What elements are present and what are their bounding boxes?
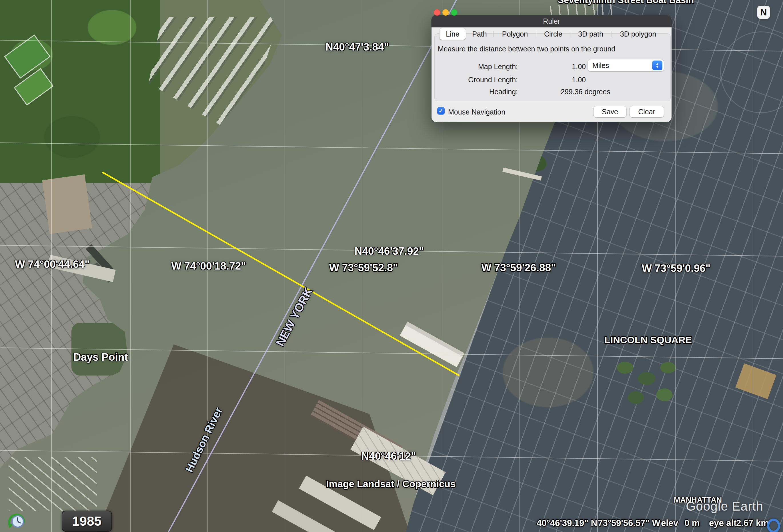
map-length-value: 1.00 xyxy=(554,63,586,71)
dialog-description: Measure the distance between two points … xyxy=(438,45,615,53)
tab-separator xyxy=(612,31,612,37)
unit-dropdown[interactable]: Miles ▲ ▼ xyxy=(588,59,664,71)
stepper-down-icon: ▼ xyxy=(656,65,659,69)
place-label: Image Landsat / Copernicus xyxy=(326,478,456,490)
tab-3d-polygon[interactable]: 3D polygon xyxy=(618,28,658,40)
heading-value: 299.36 degrees xyxy=(561,88,641,96)
north-compass-icon[interactable]: N xyxy=(757,6,770,19)
tab-circle[interactable]: Circle xyxy=(533,28,573,40)
tab-path[interactable]: Path xyxy=(460,28,500,40)
ground-length-value: 1.00 xyxy=(554,76,586,84)
graticule-label: W 73°59'0.96" xyxy=(642,262,711,274)
tab-separator xyxy=(537,31,537,37)
save-button[interactable]: Save xyxy=(594,106,626,118)
map-length-label: Map Length: xyxy=(435,63,518,71)
status-longitude: 73°59'56.57" W xyxy=(598,518,660,528)
graticule-label: N40°47'3.84" xyxy=(325,41,389,53)
dropdown-stepper-icon[interactable]: ▲ ▼ xyxy=(652,61,662,70)
unit-selected: Miles xyxy=(592,61,609,70)
graticule-label: N40°46'12" xyxy=(361,450,416,462)
status-latitude: 40°46'39.19" N xyxy=(537,518,597,528)
mouse-navigation-label: Mouse Navigation xyxy=(448,108,505,116)
status-eye-alt-label: eye alt xyxy=(709,518,737,528)
tab-separator xyxy=(493,31,494,37)
minimize-button[interactable] xyxy=(442,9,449,16)
tab-3d-path[interactable]: 3D path xyxy=(571,28,611,40)
place-label: LINCOLN SQUARE xyxy=(604,334,692,345)
dialog-title: Ruler xyxy=(432,15,671,27)
graticule-label: W 73°59'26.88" xyxy=(481,262,556,274)
close-button[interactable] xyxy=(434,9,440,16)
status-elev-label: elev xyxy=(661,518,678,528)
ruler-dialog: Ruler LinePathPolygonCircle3D path3D pol… xyxy=(432,15,671,122)
graticule-label: W 73°59'52.8" xyxy=(329,262,398,274)
graticule-label: W 74°00'18.72" xyxy=(171,260,246,272)
status-bar: 40°46'39.19" N 73°59'56.57" W elev 0 m e… xyxy=(0,518,783,532)
place-label: Seventyninth Street Boat Basin xyxy=(558,0,694,5)
heading-label: Heading: xyxy=(435,88,518,96)
graticule-label: N40°46'37.92" xyxy=(355,245,424,257)
tab-separator xyxy=(571,31,571,37)
mouse-navigation-checkbox[interactable]: ✓ xyxy=(437,107,445,114)
streaming-indicator-icon xyxy=(767,519,780,532)
checkmark-icon: ✓ xyxy=(439,107,443,114)
graticule-label: W 74°00'44.64" xyxy=(15,259,89,270)
clear-button[interactable]: Clear xyxy=(630,106,664,118)
google-earth-watermark: Google Earth xyxy=(686,499,763,513)
status-elev-value: 0 m xyxy=(684,518,699,528)
tab-polygon[interactable]: Polygon xyxy=(495,28,535,40)
place-label: Days Point xyxy=(73,351,128,363)
status-eye-alt-value: 2.67 km xyxy=(736,518,769,528)
ground-length-label: Ground Length: xyxy=(435,76,518,84)
zoom-button[interactable] xyxy=(451,9,458,16)
google-earth-window: N40°47'3.84"N40°46'37.92"N40°46'12"W 74°… xyxy=(0,0,783,532)
